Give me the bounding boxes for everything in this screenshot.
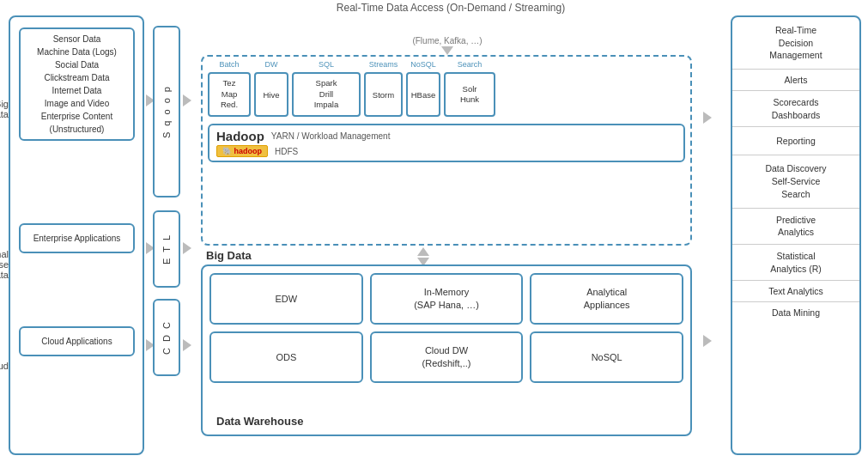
cat-search: Search (444, 60, 495, 69)
tech-spark: SparkDrillImpala (292, 72, 361, 117)
cloud-label: Cloud (0, 361, 9, 371)
center-arrows (417, 247, 429, 266)
center-area: (Flume, Kafka, …) Batch DW SQL Streams N… (194, 15, 701, 458)
tech-boxes-row: TezMapRed. Hive SparkDrillImpala Storm H… (203, 69, 690, 120)
dw-cell-inmemory: In-Memory(SAP Hana, …) (370, 273, 524, 325)
tech-categories-row: Batch DW SQL Streams NoSQL Search (203, 57, 690, 69)
cdc-text: C D C (161, 320, 172, 355)
right-item-statistical: StatisticalAnalytics (R) (732, 245, 859, 281)
tech-tez: TezMapRed. (208, 72, 251, 117)
dw-label: Data Warehouse (216, 415, 303, 428)
dw-cell-analytical: AnalyticalAppliances (530, 273, 683, 325)
tech-solr: SolrHunk (444, 72, 495, 117)
right-item-discovery: Data DiscoverySelf-ServiceSearch (732, 155, 859, 208)
hadoop-section: Hadoop YARN / Workload Management 🐘 hado… (208, 124, 685, 162)
right-item-datamining: Data Mining (732, 302, 859, 323)
etl-box: E T L (153, 210, 180, 288)
arrow-cdc-center (183, 339, 191, 353)
hadoop-dashed-box: Batch DW SQL Streams NoSQL Search TezMap… (201, 55, 692, 246)
dw-cell-nosql: NoSQL (530, 331, 683, 383)
arrow-etl-center (183, 242, 191, 256)
cloud-sources-box: Cloud Applications (19, 326, 135, 356)
bigdata-sources-box: Sensor Data Machine Data (Logs) Social D… (19, 27, 135, 141)
arrow-center-right-top (703, 112, 712, 125)
source-item: Image and Video (26, 97, 128, 110)
source-item: Social Data (26, 58, 128, 71)
diagram-container: Real-Time Data Access (On-Demand / Strea… (0, 0, 868, 474)
source-item: Internet Data (26, 84, 128, 97)
cat-batch: Batch (208, 60, 251, 69)
dw-cell-ods: ODS (209, 331, 363, 383)
etl-text: E T L (161, 234, 172, 264)
dw-section: EDW In-Memory(SAP Hana, …) AnalyticalApp… (201, 264, 692, 436)
cdc-box: C D C (153, 299, 180, 376)
arrow-up (417, 247, 429, 256)
yarn-label: YARN / Workload Management (271, 131, 391, 141)
bigdata-label: BigData (0, 99, 9, 119)
right-item-reporting: Reporting (732, 127, 859, 155)
tech-storm: Storm (364, 72, 403, 117)
right-item-text: Text Analytics (732, 281, 859, 302)
source-item: Enterprise Content (Unstructured) (26, 110, 128, 136)
tech-hive: Hive (254, 72, 288, 117)
traditional-label: TraditionalEnterpriseData (0, 249, 9, 280)
right-item-scorecards: ScorecardsDashboards (732, 91, 859, 127)
bigdata-inner-label: Big Data (206, 249, 252, 262)
right-item-rtdm: Real-TimeDecisionManagement (732, 17, 859, 70)
sqoop-box: S q o o p (153, 26, 180, 198)
cat-nosql: NoSQL (406, 60, 440, 69)
hadoop-logo: 🐘 hadoop (216, 145, 268, 157)
arrow-sqoop-center (183, 94, 191, 108)
tech-hbase: HBase (406, 72, 440, 117)
hadoop-logo-row: 🐘 hadoop HDFS (216, 145, 677, 157)
dw-cell-edw: EDW (209, 273, 363, 325)
hdfs-label: HDFS (275, 147, 298, 156)
sqoop-text: S q o o p (161, 85, 172, 138)
right-item-alerts: Alerts (732, 70, 859, 91)
flume-label: (Flume, Kafka, …) (412, 36, 482, 46)
cat-sql: SQL (292, 60, 361, 69)
cloud-apps-label: Cloud Applications (26, 335, 128, 348)
arrow-center-right-bottom (703, 335, 712, 349)
source-item: Machine Data (Logs) (26, 46, 128, 58)
enterprise-sources-box: Enterprise Applications (19, 223, 135, 253)
hadoop-title-row: Hadoop YARN / Workload Management (216, 129, 677, 143)
cat-dw: DW (254, 60, 288, 69)
right-item-predictive: PredictiveAnalytics (732, 209, 859, 245)
right-column: Real-TimeDecisionManagement Alerts Score… (731, 15, 861, 455)
enterprise-apps-label: Enterprise Applications (26, 232, 128, 245)
source-item: Sensor Data (26, 33, 128, 46)
dw-cell-clouddw: Cloud DW(Redshift,..) (370, 331, 524, 383)
sources-container: Sensor Data Machine Data (Logs) Social D… (9, 15, 144, 455)
hadoop-title: Hadoop (216, 129, 264, 143)
source-item: Clickstream Data (26, 71, 128, 84)
cat-streams: Streams (364, 60, 403, 69)
dw-grid: EDW In-Memory(SAP Hana, …) AnalyticalApp… (203, 266, 690, 409)
realtime-label: Real-Time Data Access (On-Demand / Strea… (197, 2, 704, 14)
